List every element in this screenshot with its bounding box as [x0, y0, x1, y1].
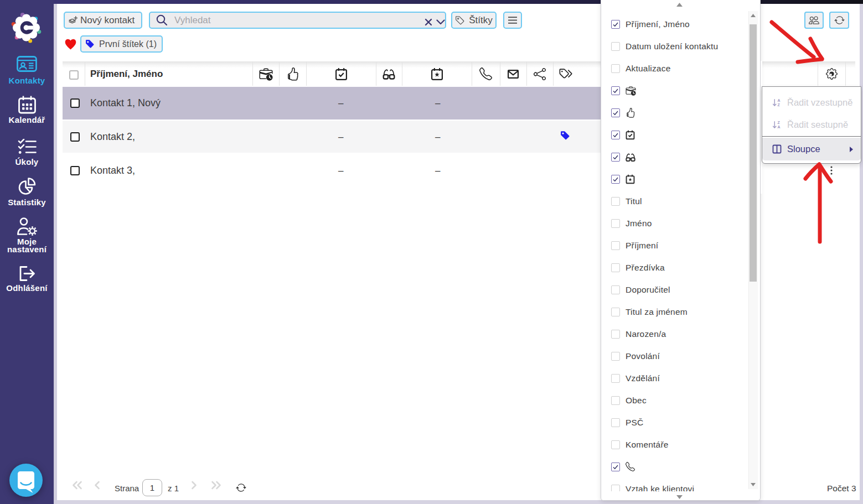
- svg-text:A: A: [778, 98, 781, 102]
- svg-text:Z: Z: [778, 103, 781, 107]
- svg-text:Z: Z: [778, 121, 781, 124]
- svg-text:A: A: [778, 125, 781, 129]
